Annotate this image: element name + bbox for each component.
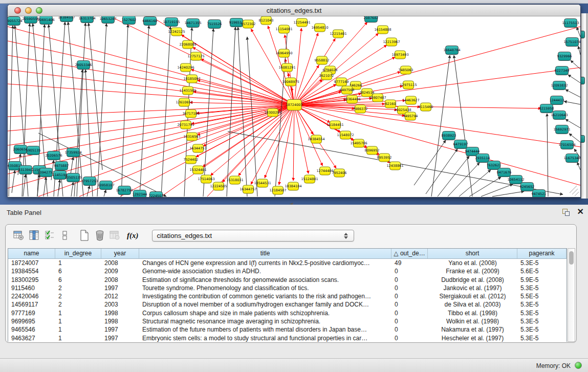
row-height-icon[interactable] (58, 229, 72, 242)
table-cell: 5.3E-5 (517, 317, 567, 325)
table-cell: 1998 (101, 309, 139, 317)
column-header-5[interactable]: short (428, 249, 517, 258)
network-window-titlebar[interactable]: citations_edges.txt (8, 5, 580, 16)
node-label: 8096952 (365, 148, 380, 152)
table-scrollbar-thumb[interactable] (569, 251, 574, 265)
column-header-2[interactable]: year (101, 249, 139, 258)
new-table-icon[interactable] (78, 229, 91, 242)
table-cell: Embryonic stem cells: a model to study s… (139, 334, 391, 342)
network-edge (577, 162, 580, 170)
node-label: 17957253 (81, 179, 98, 183)
node-label: 16344757 (239, 187, 256, 191)
node-label: 9474444 (465, 149, 480, 154)
node-label: 11175513 (562, 21, 579, 25)
table-cell: Nakamura et al. (1997) (428, 325, 517, 334)
network-edge (564, 101, 580, 104)
node-label: 36717106 (182, 112, 199, 116)
table-cell: Dudbridge et al. (2008) (428, 276, 517, 284)
background-window-sliver (581, 13, 588, 199)
table-cell: Estimation of significance thresholds fo… (139, 276, 391, 284)
select-column-icon[interactable] (28, 229, 41, 242)
column-header-0[interactable]: name (8, 249, 55, 258)
dropdown-stepper-icon (343, 231, 349, 240)
node-table-header[interactable]: namein_degreeyeartitle△ out_de…shortpage… (8, 249, 567, 259)
table-selector-dropdown[interactable]: citations_edges.txt (152, 230, 354, 242)
table-cell: Jankovic et al. (1997) (428, 284, 517, 292)
column-header-3[interactable]: title (139, 249, 391, 258)
table-cell: 18724007 (8, 259, 55, 267)
table-cell: Investigating the contribution of common… (139, 292, 391, 300)
table-cell: 6 (55, 276, 101, 284)
network-edge (577, 27, 580, 37)
table-cell: 1997 (101, 325, 139, 334)
node-label: 12242125 (168, 30, 185, 34)
node-label: 9777169 (334, 80, 349, 84)
table-cell: 2008 (101, 259, 139, 267)
table-cell: 0 (391, 292, 428, 300)
column-header-6[interactable]: pagerank (517, 249, 567, 258)
table-row[interactable]: 1456911722003Disruption of a novel membe… (8, 300, 567, 309)
table-cell: 0 (391, 334, 428, 342)
table-row[interactable]: 977716911998Corpus callosum shape and si… (8, 309, 567, 317)
network-edge (294, 27, 580, 105)
node-label: 19384554 (308, 137, 324, 141)
close-panel-icon[interactable]: ✕ (577, 207, 584, 216)
float-panel-icon[interactable] (562, 208, 571, 217)
node-label: 7952406 (332, 171, 347, 175)
table-row[interactable]: 1938455462009Genome-wide association stu… (8, 267, 567, 275)
node-label: 17359924 (64, 150, 81, 155)
column-header-1[interactable]: in_degree (55, 249, 101, 258)
zoom-window-icon[interactable] (36, 7, 42, 14)
node-label: 9495794 (403, 114, 418, 118)
network-edge (578, 46, 580, 55)
network-canvas[interactable]: 2905572420590556206914061838455716313704… (8, 16, 580, 197)
table-cell: 6 (55, 267, 101, 275)
import-table-icon[interactable] (108, 229, 122, 242)
network-edge (23, 174, 26, 196)
table-cell: 5.9E-5 (517, 276, 567, 284)
node-label: 3824514 (360, 91, 375, 95)
node-label: 12610651 (176, 100, 192, 104)
node-label: 12215401 (330, 32, 346, 36)
node-label: 16154808 (374, 28, 391, 32)
node-label: 18185097 (183, 77, 200, 81)
network-edge (293, 105, 294, 181)
memory-ok-icon[interactable] (575, 362, 582, 369)
table-row[interactable]: 946554611997Estimation of the future num… (8, 325, 567, 334)
table-cell: 19384554 (8, 267, 55, 275)
node-label: 16964950 (275, 51, 292, 55)
table-cell: 2008 (101, 276, 139, 284)
table-row[interactable]: 969969511998Structural magnetic resonanc… (8, 317, 567, 325)
network-edge (191, 70, 294, 105)
column-checklist-icon[interactable] (43, 229, 56, 242)
node-label: 6479197 (453, 142, 468, 146)
function-builder-icon[interactable]: f(x) (127, 231, 139, 240)
network-edge (481, 184, 513, 196)
node-label: 10973493 (391, 53, 408, 57)
table-settings-icon[interactable] (12, 229, 26, 242)
table-row[interactable]: 1872400712008Changes of HCN gene express… (8, 259, 567, 267)
table-cell: 5.3E-5 (517, 300, 567, 309)
close-window-icon[interactable] (14, 7, 21, 14)
table-scrollbar[interactable] (568, 248, 575, 342)
table-row[interactable]: 1830029562008Estimation of significance … (8, 276, 567, 284)
table-row[interactable]: 2242004622012Investigating the contribut… (8, 292, 567, 300)
table-row[interactable]: 946362711997Embryonic stem cells: a mode… (8, 334, 567, 342)
delete-table-icon[interactable] (93, 229, 106, 242)
table-panel-title: Table Panel (7, 209, 41, 216)
network-edge (294, 68, 580, 105)
minimize-window-icon[interactable] (25, 7, 32, 14)
node-label: 10958107 (97, 183, 114, 187)
network-window-title: citations_edges.txt (8, 5, 580, 16)
node-label: 9115460 (419, 105, 433, 109)
node-label: 6497568 (340, 88, 355, 92)
network-edge (414, 140, 446, 185)
column-header-4[interactable]: △ out_de… (391, 249, 428, 258)
table-cell: 5.3E-5 (517, 309, 567, 317)
table-cell: Tibbo et al. (1998) (428, 309, 517, 317)
table-row[interactable]: 911546021997Tourette syndrome. Phenomeno… (8, 284, 567, 292)
node-label: 1292344 (133, 192, 147, 196)
memory-status-label: Memory: OK (536, 362, 571, 369)
network-view-window[interactable]: citations_edges.txt (7, 4, 581, 198)
network-edge (568, 75, 580, 83)
